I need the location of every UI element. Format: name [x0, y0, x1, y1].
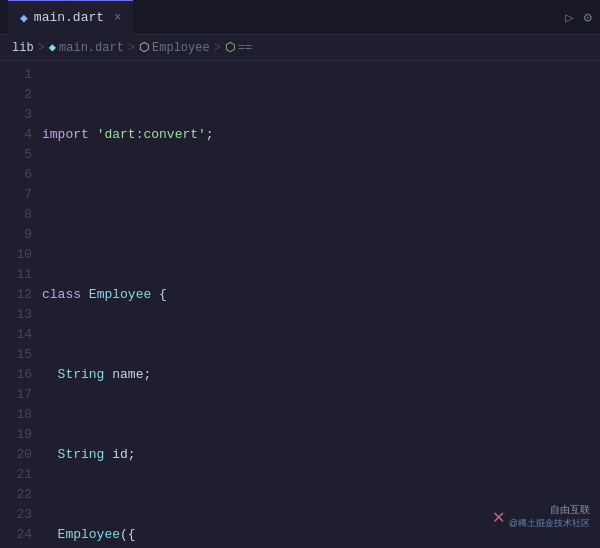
breadcrumb-class: ⬡ Employee: [139, 40, 210, 55]
breadcrumb: lib > ◆ main.dart > ⬡ Employee > ⬡ ==: [0, 35, 600, 61]
code-container: 1 2 3 4 5 6 7 8 9 10 11 12 13 14 15 16 1…: [0, 61, 600, 548]
run-icon[interactable]: ▷: [565, 9, 573, 26]
code-line-3: class Employee {: [42, 285, 600, 305]
title-bar-actions: ▷ ⚙: [565, 9, 592, 26]
breadcrumb-member: ⬡ ==: [225, 40, 252, 55]
settings-icon[interactable]: ⚙: [584, 9, 592, 26]
code-editor[interactable]: import 'dart:convert'; class Employee { …: [42, 61, 600, 548]
breadcrumb-file: ◆ main.dart: [49, 40, 124, 55]
title-bar: ◆ main.dart × ▷ ⚙: [0, 0, 600, 35]
watermark: ✕ 自由互联 @稀土掘金技术社区: [493, 503, 590, 530]
tab-close-button[interactable]: ×: [114, 11, 121, 25]
tab-main-dart[interactable]: ◆ main.dart ×: [8, 0, 133, 35]
code-line-2: [42, 205, 600, 225]
line-numbers: 1 2 3 4 5 6 7 8 9 10 11 12 13 14 15 16 1…: [0, 61, 42, 548]
watermark-logo: ✕ 自由互联 @稀土掘金技术社区: [493, 503, 590, 530]
code-line-5: String id;: [42, 445, 600, 465]
dart-file-icon: ◆: [20, 10, 28, 26]
breadcrumb-sep3: >: [214, 41, 221, 55]
watermark-text: 自由互联: [509, 503, 590, 517]
watermark-sub: @稀土掘金技术社区: [509, 517, 590, 530]
breadcrumb-sep1: >: [38, 41, 45, 55]
code-line-1: import 'dart:convert';: [42, 125, 600, 145]
code-line-4: String name;: [42, 365, 600, 385]
tab-label: main.dart: [34, 10, 104, 25]
watermark-x-icon: ✕: [493, 504, 505, 529]
breadcrumb-lib: lib: [12, 41, 34, 55]
breadcrumb-sep2: >: [128, 41, 135, 55]
